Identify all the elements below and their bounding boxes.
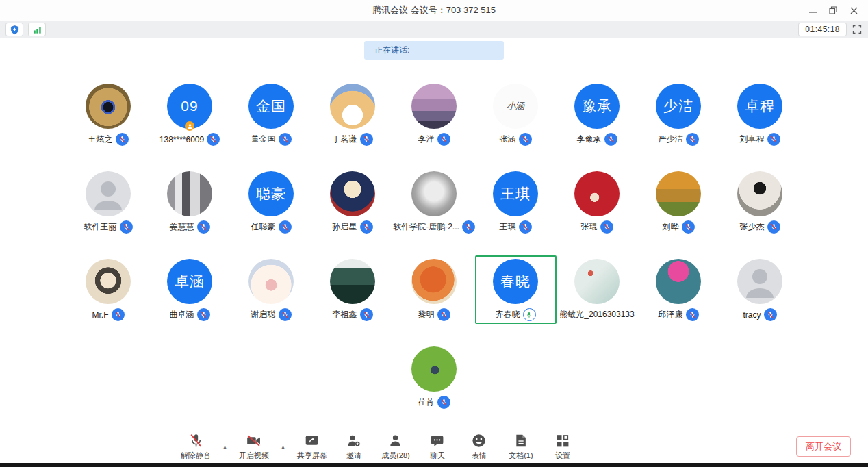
participant-tile[interactable]: 豫承 李豫承 [557, 80, 638, 149]
participant-tile[interactable]: 聪豪 任聪豪 [231, 168, 312, 236]
signal-bars-icon [32, 25, 42, 35]
participant-name: 谢启聪 [251, 309, 276, 320]
avatar: 卓涵 [167, 259, 212, 304]
shield-plus-icon [10, 25, 20, 35]
mic-muted-icon [360, 308, 373, 321]
participant-tile[interactable]: 李洋 [394, 80, 475, 149]
participant-name: 齐春晓 [496, 309, 520, 320]
participant-tile[interactable]: 于茗谦 [312, 80, 394, 149]
participant-name: 刘晔 [663, 221, 679, 233]
toolbar-invite-button[interactable]: 邀请 [339, 432, 369, 461]
avatar-initials: 09 [181, 98, 198, 114]
avatar: 豫承 [574, 84, 620, 129]
avatar [411, 346, 457, 392]
avatar-initials: 王琪 [500, 184, 531, 203]
mic-off-icon [188, 432, 205, 449]
participant-tile[interactable]: 09 138****6009 [149, 80, 231, 149]
participant-name: 邱泽康 [659, 309, 683, 320]
toolbar-share-screen-button[interactable]: 共享屏幕 [297, 432, 327, 461]
participant-name: 严少洁 [659, 134, 683, 145]
participant-name: 张涵 [500, 134, 516, 145]
participant-tile[interactable]: 王炫之 [68, 80, 149, 149]
participant-tile[interactable]: 张琨 [557, 168, 638, 236]
minimize-button[interactable] [802, 0, 823, 21]
participant-tile[interactable]: 姜慧慧 [149, 168, 231, 236]
default-person-icon [737, 259, 782, 304]
mic-muted-icon [764, 308, 777, 321]
toolbar-emoji-button[interactable]: 表情 [464, 432, 494, 461]
participant-tile[interactable]: 刘晔 [638, 168, 719, 236]
participant-tile[interactable]: 李祖鑫 [312, 255, 394, 324]
avatar: 聪豪 [248, 171, 294, 216]
invite-person-icon [345, 432, 362, 449]
mic-muted-icon [686, 133, 699, 146]
participant-name: 熊敏光_2016303133 [559, 309, 634, 320]
participant-tile[interactable]: tracy [719, 255, 801, 324]
toolbar-start-video-button[interactable]: 开启视频 [239, 432, 269, 461]
participant-tile[interactable]: 卓涵 曲卓涵 [149, 255, 231, 324]
leave-meeting-button[interactable]: 离开会议 [796, 436, 851, 457]
fullscreen-button[interactable] [852, 24, 863, 35]
members-icon [387, 432, 404, 449]
avatar [574, 259, 620, 304]
toolbar-chat-button[interactable]: 聊天 [422, 432, 452, 461]
mic-muted-icon [600, 220, 613, 233]
participant-name: tracy [743, 310, 761, 320]
participant-tile[interactable]: Mr.F [68, 255, 149, 324]
camera-off-icon [246, 432, 263, 449]
participant-tile[interactable]: 张少杰 [719, 168, 801, 236]
participant-row: Mr.F 卓涵 曲卓涵 [66, 255, 802, 324]
participant-tile[interactable]: 孙启星 [312, 168, 394, 236]
participant-name: 于茗谦 [333, 134, 357, 145]
participant-name: 软件王丽 [84, 221, 117, 233]
avatar: 卓程 [737, 84, 782, 129]
participant-name: 李祖鑫 [333, 309, 357, 320]
avatar [656, 171, 701, 216]
mic-muted-icon [519, 133, 532, 146]
participant-name: 李豫承 [577, 134, 602, 145]
close-button[interactable] [843, 0, 864, 21]
participant-name: 王琪 [500, 221, 516, 233]
network-status-button[interactable] [28, 23, 46, 36]
toolbar-unmute-button[interactable]: 解除静音 [181, 432, 211, 461]
avatar [86, 171, 131, 216]
toolbar-members-button[interactable]: 成员(28) [381, 432, 411, 461]
avatar [330, 171, 375, 216]
toolbar-docs-button[interactable]: 文档(1) [506, 432, 536, 461]
mic-muted-icon [682, 220, 695, 233]
participant-tile[interactable]: 软件学院-唐鹏-2... [394, 168, 475, 236]
participant-grid: 王炫之 09 138****6009 [66, 80, 802, 431]
participant-tile[interactable]: 金国 董金国 [231, 80, 312, 149]
mic-muted-icon [437, 308, 450, 321]
participant-tile[interactable]: 小涵 张涵 [475, 80, 557, 149]
participant-name: 姜慧慧 [170, 221, 194, 233]
avatar [737, 171, 782, 216]
avatar-initials: 聪豪 [256, 184, 286, 203]
close-icon [850, 7, 858, 14]
toolbar-settings-button[interactable]: 设置 [548, 432, 578, 461]
participant-name: 黎明 [418, 309, 435, 320]
meeting-security-button[interactable] [5, 23, 23, 36]
participant-name: 刘卓程 [740, 134, 765, 145]
avatar [737, 259, 782, 304]
avatar [86, 259, 131, 304]
avatar: 春晓 [493, 259, 538, 304]
avatar: 09 [167, 84, 212, 129]
camera-options-arrow[interactable]: ▲ [281, 444, 285, 449]
participant-tile[interactable]: 软件王丽 [68, 168, 149, 236]
participant-tile[interactable]: 王琪 王琪 [475, 168, 557, 236]
participant-tile[interactable]: 卓程 刘卓程 [719, 80, 801, 149]
mic-options-arrow[interactable]: ▲ [222, 444, 227, 449]
participant-tile[interactable]: 少洁 严少洁 [638, 80, 719, 149]
participant-tile[interactable]: 春晓 齐春晓 [475, 255, 557, 324]
settings-grid-icon [554, 432, 571, 449]
minimize-icon [809, 7, 817, 14]
participant-tile[interactable]: 荏苒 [394, 343, 475, 412]
participant-tile[interactable]: 邱泽康 [638, 255, 719, 324]
participant-tile[interactable]: 谢启聪 [231, 255, 312, 324]
avatar [86, 84, 131, 129]
mic-muted-icon [767, 133, 780, 146]
participant-tile[interactable]: 黎明 [394, 255, 475, 324]
restore-button[interactable] [823, 0, 843, 21]
participant-tile[interactable]: 熊敏光_2016303133 [557, 255, 638, 324]
